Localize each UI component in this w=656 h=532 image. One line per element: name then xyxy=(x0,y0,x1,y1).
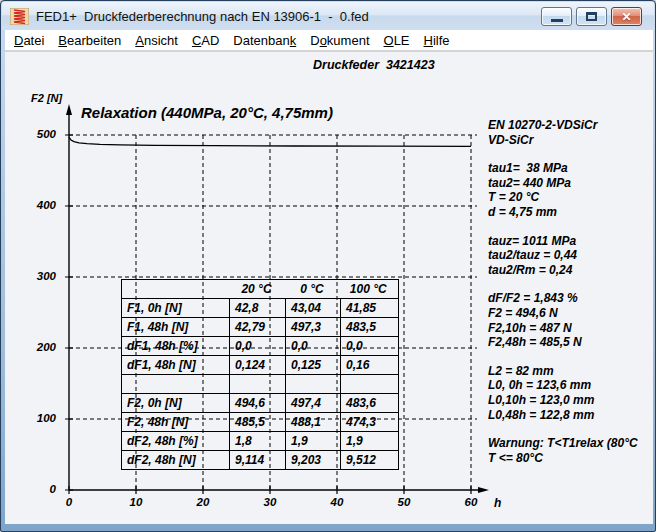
maximize-icon xyxy=(586,12,597,21)
drawing-area: Druckfeder 3421423 F2 [N] Relaxation (44… xyxy=(5,52,653,524)
stress-group: tau1= 38 MPa tau2= 440 MPa T = 20 °C d =… xyxy=(488,161,638,219)
table-corner-cell xyxy=(122,280,230,299)
x-tick-50: 50 xyxy=(389,496,419,508)
info-panel: EN 10270-2-VDSiCr VD-SiCr tau1= 38 MPa t… xyxy=(488,118,638,479)
table-row: F1, 48h [N] 42,79 497,3 483,5 xyxy=(122,318,399,337)
table-row: dF1, 48h [N] 0,124 0,125 0,16 xyxy=(122,356,399,375)
app-window: FED1+ Druckfederberechnung nach EN 13906… xyxy=(0,0,656,532)
material-name: VD-SiCr xyxy=(488,133,638,148)
menu-bar: Datei Bearbeiten Ansicht CAD Datenbank D… xyxy=(5,30,653,51)
menu-datenbank[interactable]: Datenbank xyxy=(226,31,303,50)
material-standard: EN 10270-2-VDSiCr xyxy=(488,118,638,133)
y-tick-300: 300 xyxy=(16,270,56,282)
close-icon: ✕ xyxy=(621,11,631,23)
tau2-tauz-ratio: tau2/tauz = 0,44 xyxy=(488,248,638,263)
tauz-group: tauz= 1011 MPa tau2/tauz = 0,44 tau2/Rm … xyxy=(488,234,638,278)
window-title: FED1+ Druckfederberechnung nach EN 13906… xyxy=(36,9,369,24)
menu-dokument[interactable]: Dokument xyxy=(303,31,376,50)
results-table: 20 °C 0 °C 100 °C F1, 0h [N] 42,8 43,04 … xyxy=(121,279,399,470)
warning-condition: T <= 80°C xyxy=(488,451,638,466)
menu-datei[interactable]: Datei xyxy=(7,31,51,50)
x-tick-40: 40 xyxy=(322,496,352,508)
col-header-100c: 100 °C xyxy=(341,280,399,299)
f2-value: F2 = 494,6 N xyxy=(488,306,638,321)
table-spacer-row xyxy=(122,375,399,394)
f2-10h-value: F2,10h = 487 N xyxy=(488,321,638,336)
menu-hilfe[interactable]: Hilfe xyxy=(417,31,457,50)
menu-bearbeiten[interactable]: Bearbeiten xyxy=(51,31,128,50)
x-axis-arrow xyxy=(478,487,489,493)
temperature-value: T = 20 °C xyxy=(488,190,638,205)
material-group: EN 10270-2-VDSiCr VD-SiCr xyxy=(488,118,638,147)
warning-text: Warnung: T<T1relax (80°C xyxy=(488,436,638,451)
table-row: dF2, 48h [N] 9,114 9,203 9,512 xyxy=(122,451,399,470)
table-row: dF1, 48h [%] 0,0 0,0 0,0 xyxy=(122,337,399,356)
wire-diameter-value: d = 4,75 mm xyxy=(488,205,638,220)
menu-cad[interactable]: CAD xyxy=(185,31,226,50)
l0-0h-value: L0, 0h = 123,6 mm xyxy=(488,378,638,393)
table-row: F2, 48h [N] 485,5 488,1 474,3 xyxy=(122,413,399,432)
y-tick-100: 100 xyxy=(16,412,56,424)
length-group: L2 = 82 mm L0, 0h = 123,6 mm L0,10h = 12… xyxy=(488,364,638,422)
x-tick-30: 30 xyxy=(255,496,285,508)
y-axis-arrow xyxy=(66,104,72,115)
table-row: F2, 0h [N] 494,6 497,4 483,6 xyxy=(122,394,399,413)
menu-ansicht[interactable]: Ansicht xyxy=(128,31,185,50)
tau2-rm-ratio: tau2/Rm = 0,24 xyxy=(488,263,638,278)
tau2-value: tau2= 440 MPa xyxy=(488,176,638,191)
table-row: F1, 0h [N] 42,8 43,04 41,85 xyxy=(122,299,399,318)
y-tick-400: 400 xyxy=(16,199,56,211)
l2-value: L2 = 82 mm xyxy=(488,364,638,379)
col-header-20c: 20 °C xyxy=(230,280,286,299)
force-group: dF/F2 = 1,843 % F2 = 494,6 N F2,10h = 48… xyxy=(488,291,638,349)
window-controls: ✕ xyxy=(541,7,642,26)
x-tick-60: 60 xyxy=(456,496,486,508)
y-tick-200: 200 xyxy=(16,341,56,353)
tau1-value: tau1= 38 MPa xyxy=(488,161,638,176)
menu-ole[interactable]: OLE xyxy=(377,31,417,50)
warning-group: Warnung: T<T1relax (80°C T <= 80°C xyxy=(488,436,638,465)
f2-48h-value: F2,48h = 485,5 N xyxy=(488,335,638,350)
close-button[interactable]: ✕ xyxy=(611,7,642,26)
spring-icon[interactable] xyxy=(10,8,29,25)
minimize-icon xyxy=(551,19,563,22)
title-bar[interactable]: FED1+ Druckfederberechnung nach EN 13906… xyxy=(2,2,654,30)
l0-48h-value: L0,48h = 122,8 mm xyxy=(488,408,638,423)
y-tick-500: 500 xyxy=(16,128,56,140)
col-header-0c: 0 °C xyxy=(286,280,341,299)
tauz-value: tauz= 1011 MPa xyxy=(488,234,638,249)
table-row: dF2, 48h [%] 1,8 1,9 1,9 xyxy=(122,432,399,451)
x-tick-0: 0 xyxy=(54,496,84,508)
x-tick-20: 20 xyxy=(188,496,218,508)
l0-10h-value: L0,10h = 123,0 mm xyxy=(488,393,638,408)
y-tick-0: 0 xyxy=(16,483,56,495)
x-tick-10: 10 xyxy=(121,496,151,508)
maximize-button[interactable] xyxy=(576,7,607,26)
df-f2-percent: dF/F2 = 1,843 % xyxy=(488,291,638,306)
minimize-button[interactable] xyxy=(541,7,572,26)
table-header-row: 20 °C 0 °C 100 °C xyxy=(122,280,399,299)
